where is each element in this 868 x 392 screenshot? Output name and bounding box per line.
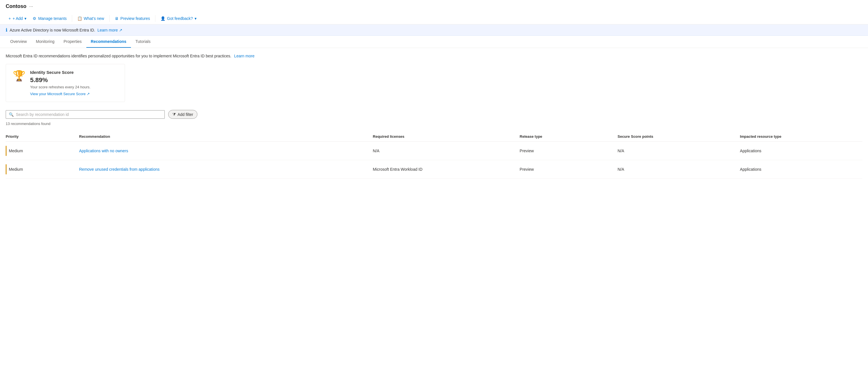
add-chevron-icon: ▾	[24, 16, 26, 21]
row2-release-cell: Preview	[520, 160, 618, 179]
tab-monitoring[interactable]: Monitoring	[31, 36, 59, 48]
table-body: Medium Applications with no owners N/A P…	[6, 142, 862, 179]
row1-priority-label: Medium	[9, 149, 23, 153]
col-header-score: Secure Score points	[618, 131, 740, 142]
tab-tutorials[interactable]: Tutorials	[131, 36, 155, 48]
col-header-recommendation: Recommendation	[79, 131, 373, 142]
score-refresh-text: Your score refreshes every 24 hours.	[30, 85, 91, 89]
priority-cell-2: Medium	[6, 164, 76, 174]
toolbar-divider-1	[72, 15, 72, 22]
recommendations-table: Priority Recommendation Required license…	[6, 131, 862, 179]
search-icon: 🔍	[9, 112, 13, 117]
trophy-icon: 🏆	[13, 70, 26, 82]
tenant-name: Contoso	[6, 3, 26, 9]
col-header-priority: Priority	[6, 131, 79, 142]
table-row: Medium Applications with no owners N/A P…	[6, 142, 862, 160]
table-header: Priority Recommendation Required license…	[6, 131, 862, 142]
row2-priority-label: Medium	[9, 167, 23, 172]
banner-learn-more-link[interactable]: Learn more ↗	[97, 28, 122, 32]
navigation-tabs: Overview Monitoring Properties Recommend…	[0, 36, 868, 48]
recommendations-description: Microsoft Entra ID recommendations ident…	[6, 54, 862, 58]
add-filter-button[interactable]: ⧩ Add filter	[168, 110, 197, 119]
gear-icon: ⚙	[33, 16, 36, 21]
add-button[interactable]: + + Add ▾	[6, 14, 29, 23]
top-bar: Contoso ···	[0, 0, 868, 13]
row1-recommendation-cell: Applications with no owners	[79, 142, 373, 160]
toolbar: + + Add ▾ ⚙ Manage tenants 📋 What's new …	[0, 13, 868, 24]
got-feedback-label: Got feedback?	[167, 16, 193, 21]
preview-features-button[interactable]: 🖥 Preview features	[112, 14, 153, 23]
results-count: 13 recommendations found	[6, 122, 862, 126]
row2-resource-cell: Applications	[740, 160, 862, 179]
add-label: + Add	[12, 16, 23, 21]
add-filter-label: Add filter	[178, 112, 193, 117]
row1-priority-cell: Medium	[6, 142, 79, 160]
manage-tenants-label: Manage tenants	[38, 16, 66, 21]
row2-priority-cell: Medium	[6, 160, 79, 179]
priority-bar-2	[6, 164, 6, 174]
score-title: Identity Secure Score	[30, 70, 91, 75]
row2-licenses-cell: Microsoft Entra Workload ID	[373, 160, 520, 179]
banner-text: Azure Active Directory is now Microsoft …	[10, 28, 95, 32]
score-content: Identity Secure Score 5.89% Your score r…	[30, 70, 91, 96]
priority-bar-1	[6, 146, 6, 156]
view-secure-score-link[interactable]: View your Microsoft Secure Score ↗	[30, 92, 90, 96]
preview-features-label: Preview features	[120, 16, 150, 21]
priority-cell-1: Medium	[6, 146, 76, 156]
score-value: 5.89%	[30, 77, 91, 84]
row1-release-cell: Preview	[520, 142, 618, 160]
external-link-icon: ↗	[119, 28, 122, 32]
col-header-resource: Impacted resource type	[740, 131, 862, 142]
filter-icon: ⧩	[173, 112, 176, 117]
table-row: Medium Remove unused credentials from ap…	[6, 160, 862, 179]
preview-icon: 🖥	[115, 16, 119, 21]
search-input[interactable]	[16, 112, 162, 117]
whats-new-label: What's new	[84, 16, 104, 21]
tenant-ellipsis[interactable]: ···	[29, 4, 33, 9]
identity-secure-score-card: 🏆 Identity Secure Score 5.89% Your score…	[6, 64, 125, 102]
entra-id-banner: ℹ Azure Active Directory is now Microsof…	[0, 24, 868, 36]
tab-recommendations[interactable]: Recommendations	[86, 36, 131, 48]
add-icon: +	[8, 16, 11, 21]
row1-resource-cell: Applications	[740, 142, 862, 160]
whats-new-icon: 📋	[77, 16, 82, 21]
row1-score-cell: N/A	[618, 142, 740, 160]
description-learn-more-link[interactable]: Learn more	[234, 54, 254, 58]
search-box-container: 🔍	[6, 110, 165, 119]
row2-recommendation-cell: Remove unused credentials from applicati…	[79, 160, 373, 179]
toolbar-divider-3	[155, 15, 155, 22]
row1-licenses-cell: N/A	[373, 142, 520, 160]
info-icon: ℹ	[6, 27, 7, 33]
search-row: 🔍 ⧩ Add filter	[6, 110, 862, 119]
row1-recommendation-link[interactable]: Applications with no owners	[79, 149, 128, 153]
main-content: Microsoft Entra ID recommendations ident…	[0, 48, 868, 184]
col-header-licenses: Required licenses	[373, 131, 520, 142]
row2-score-cell: N/A	[618, 160, 740, 179]
row2-recommendation-link[interactable]: Remove unused credentials from applicati…	[79, 167, 160, 172]
tab-overview[interactable]: Overview	[6, 36, 31, 48]
tab-properties[interactable]: Properties	[59, 36, 86, 48]
col-header-release: Release type	[520, 131, 618, 142]
whats-new-button[interactable]: 📋 What's new	[74, 14, 107, 23]
feedback-chevron-icon: ▾	[194, 16, 196, 21]
got-feedback-button[interactable]: 👤 Got feedback? ▾	[158, 14, 199, 23]
manage-tenants-button[interactable]: ⚙ Manage tenants	[30, 14, 69, 23]
feedback-icon: 👤	[160, 16, 165, 21]
